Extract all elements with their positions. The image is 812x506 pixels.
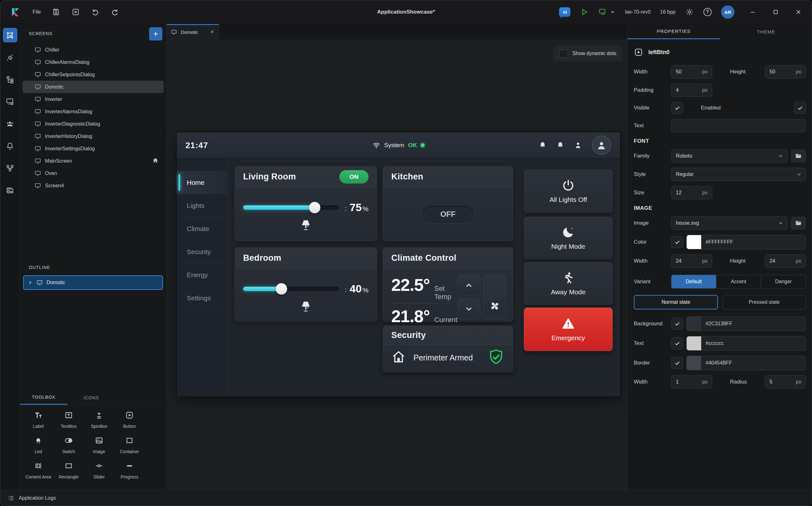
screens-tool-button[interactable] [3,28,17,43]
emergency-button[interactable]: Emergency [524,308,613,351]
close-button[interactable] [794,8,803,16]
alarm-bell-icon[interactable] [556,141,564,149]
settings-gear-icon[interactable] [685,8,694,16]
nav-energy[interactable]: Energy [177,263,227,286]
slider-thumb[interactable] [276,283,287,294]
all-lights-off-button[interactable]: All Lights Off [524,170,613,213]
font-size-input[interactable]: 12px [671,186,712,199]
border-width-input[interactable]: 1px [671,375,712,389]
normal-state-button[interactable]: Normal state [634,295,718,310]
domotic-screen-preview[interactable]: 21:47 System OK Home [177,132,620,397]
screen-item-chiller-setpoints[interactable]: ChillerSetpointsDialog [22,68,164,81]
living-room-slider[interactable] [243,205,339,210]
image-width-input[interactable]: 24px [671,254,712,268]
tab-properties[interactable]: PROPERTIES [628,24,720,39]
visible-checkbox[interactable] [671,102,683,114]
deploy-device-icon[interactable] [598,8,607,16]
outline-item-domotic[interactable]: Domotic [23,275,163,290]
image-folder-button[interactable] [791,217,806,230]
screen-item-inverter[interactable]: Inverter [22,93,164,105]
font-folder-button[interactable] [791,149,806,163]
screen-item-inverter-settings[interactable]: InverterSettingsDialog [22,143,164,155]
screen-item-inverter-alarms[interactable]: InverterAlarmsDialog [22,105,164,118]
nav-lights[interactable]: Lights [177,194,227,217]
tool-slider[interactable]: Slider [84,461,114,480]
display-settings-tool-button[interactable] [3,94,17,109]
tool-led[interactable]: Led [23,436,54,454]
border-checkbox[interactable] [671,357,683,369]
color-swatch[interactable] [686,356,701,370]
profile-avatar[interactable] [592,136,611,155]
show-dynamic-dots-checkbox[interactable] [559,50,568,58]
redo-icon[interactable] [110,8,119,16]
screen-item-domotic[interactable]: Domotic [22,81,164,93]
pressed-state-button[interactable]: Pressed state [722,295,806,310]
tool-content-area[interactable]: Content Area [23,461,54,480]
color-swatch[interactable] [686,235,701,249]
screen-item-chiller[interactable]: Chiller [22,44,164,56]
close-file-icon[interactable] [71,8,80,16]
tool-rectangle[interactable]: Rectangle [54,461,84,480]
screen-item-oven[interactable]: Oven [22,167,164,179]
kitchen-off-button[interactable]: OFF [421,205,475,224]
run-icon[interactable] [580,8,589,16]
text-color-field[interactable]: #cccccc [686,336,806,351]
padding-input[interactable]: 4px [671,84,712,97]
tool-container[interactable]: Container [114,436,145,454]
width-input[interactable]: 50px [671,65,712,79]
close-tab-icon[interactable] [210,29,215,35]
background-color-field[interactable]: #2C3138FF [686,317,806,331]
users-tool-button[interactable] [3,116,17,131]
font-family-select[interactable]: Roboto [671,149,788,163]
height-input[interactable]: 50px [765,65,806,79]
alarms-tool-button[interactable] [3,139,17,153]
screen-item-screen4[interactable]: Screen4 [22,179,164,192]
tool-button[interactable]: Button [114,411,145,429]
tab-icons[interactable]: ICONS [67,391,115,405]
design-canvas[interactable]: Show dynamic dots 21:47 System OK [166,39,627,491]
away-mode-button[interactable]: Away Mode [524,262,613,305]
variant-default[interactable]: Default [671,275,716,288]
undo-icon[interactable] [91,8,100,16]
text-color-checkbox[interactable] [671,337,683,349]
tool-image[interactable]: Image [84,436,114,454]
tab-toolbox[interactable]: TOOLBOX [20,391,67,405]
tool-label[interactable]: Label [23,411,54,429]
color-depth[interactable]: 16 bpp [660,9,675,15]
image-height-input[interactable]: 24px [765,254,806,268]
add-screen-button[interactable] [149,27,162,40]
tool-textbox[interactable]: TextBox [54,411,84,429]
chevron-down-icon[interactable] [610,8,616,16]
nav-climate[interactable]: Climate [177,217,227,240]
image-color-checkbox[interactable] [671,236,683,248]
screen-item-mainscreen[interactable]: MainScreen [22,155,164,167]
help-icon[interactable]: ? [704,8,712,16]
screen-item-inverter-history[interactable]: InverterHistoryDialog [22,130,164,143]
bedroom-slider[interactable] [243,287,339,291]
image-select[interactable]: house.svg [671,217,788,230]
nav-home[interactable]: Home [177,171,227,194]
tab-domotic[interactable]: Domotic [166,24,219,39]
device-name[interactable]: lae-70-rev0 [625,9,651,15]
hierarchy-tool-button[interactable] [3,72,17,87]
screen-item-inverter-diagnostic[interactable]: InverterDiagnosticDialog [22,118,164,130]
user-icon[interactable] [574,141,582,149]
user-avatar[interactable]: AR [721,5,734,19]
tool-progress[interactable]: Progress [114,461,145,480]
assets-tool-button[interactable] [3,183,17,197]
enabled-checkbox[interactable] [794,102,806,114]
notification-bell-icon[interactable] [539,141,547,149]
background-checkbox[interactable] [671,318,683,330]
connections-tool-button[interactable] [3,50,17,65]
living-room-on-badge[interactable]: ON [339,170,369,183]
screen-item-chiller-alarms[interactable]: ChillerAlarmsDialog [22,56,164,68]
network-tool-button[interactable] [3,161,17,175]
variant-danger[interactable]: Danger [761,275,806,288]
color-swatch[interactable] [686,336,701,350]
slider-thumb[interactable] [309,202,320,213]
tab-theme[interactable]: THEME [720,24,812,39]
tool-spinbox[interactable]: SpinBox [84,411,114,429]
night-mode-button[interactable]: Night Mode [524,217,613,259]
nav-settings[interactable]: Settings [177,286,227,310]
text-input[interactable] [671,119,806,132]
